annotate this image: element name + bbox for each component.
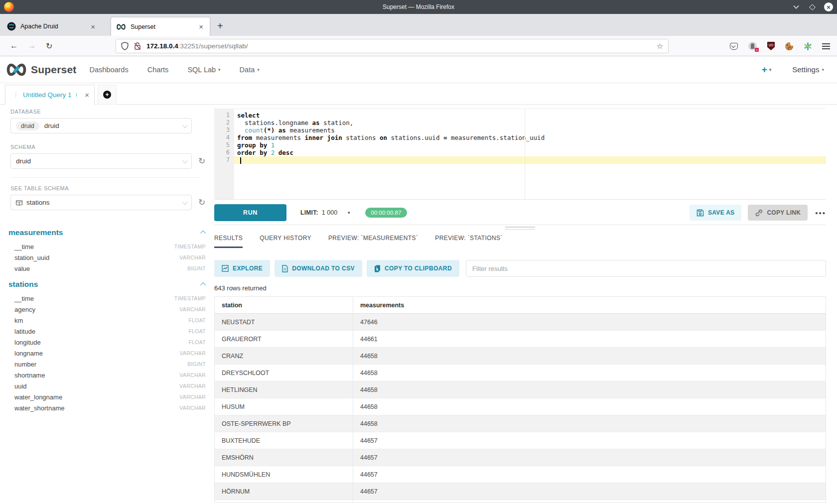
extension-icon[interactable]: x bbox=[748, 42, 757, 50]
cookie-extension-icon[interactable] bbox=[785, 42, 793, 50]
download-csv-button[interactable]: DOWNLOAD TO CSV bbox=[275, 260, 362, 277]
table-row[interactable]: HETLINGEN44658 bbox=[215, 381, 826, 398]
panel-splitter[interactable] bbox=[214, 225, 826, 230]
results-tab-0[interactable]: RESULTS bbox=[214, 235, 243, 248]
url-bar[interactable]: 172.18.0.4:32251/superset/sqllab/ ☆ bbox=[116, 39, 669, 53]
browser-tab-apache-druid[interactable]: Apache Druid × bbox=[2, 17, 102, 36]
column-type: VARCHAR bbox=[179, 306, 206, 312]
copy-link-button[interactable]: COPY LINK bbox=[748, 205, 808, 221]
window-titlebar: Superset — Mozilla Firefox × bbox=[0, 0, 837, 14]
refresh-schema-icon[interactable]: ↻ bbox=[198, 156, 205, 166]
table-row[interactable]: HÖRNUM44657 bbox=[215, 483, 826, 500]
shield-icon[interactable] bbox=[121, 42, 129, 50]
schema-table-measurements: measurements__timeTIMESTAMPstation_uuidV… bbox=[8, 228, 209, 274]
editor-code[interactable]: select stations.longname as station, cou… bbox=[234, 109, 826, 199]
code-token: from bbox=[237, 134, 252, 141]
new-tab-button[interactable]: + bbox=[217, 20, 223, 32]
table-row[interactable]: EMSHÖRN44657 bbox=[215, 449, 826, 466]
table-cell: EMSHÖRN bbox=[215, 449, 353, 466]
menu-icon[interactable] bbox=[822, 43, 830, 49]
bookmark-star-icon[interactable]: ☆ bbox=[657, 42, 663, 51]
caret-down-icon: ▾ bbox=[822, 67, 824, 72]
query-tab-label: Untitled Query 1 bbox=[23, 91, 72, 99]
table-row[interactable]: KRAUTSAND44657 bbox=[215, 500, 826, 503]
back-button[interactable]: ← bbox=[10, 41, 18, 50]
sql-editor[interactable]: 1234567 select stations.longname as stat… bbox=[214, 109, 826, 200]
insecure-lock-icon[interactable] bbox=[134, 42, 141, 50]
nav-item-data[interactable]: Data▾ bbox=[240, 66, 260, 74]
nav-item-dashboards[interactable]: Dashboards bbox=[89, 66, 128, 74]
superset-brand[interactable]: Superset bbox=[5, 62, 76, 77]
column-header[interactable]: measurements bbox=[353, 297, 826, 314]
column-list: __timeTIMESTAMPstation_uuidVARCHARvalueB… bbox=[8, 241, 209, 274]
caret-down-icon: ▾ bbox=[769, 67, 772, 72]
copy-clipboard-button[interactable]: COPY TO CLIPBOARD bbox=[367, 260, 459, 277]
table-row[interactable]: HUNDSMÜHLEN44657 bbox=[215, 466, 826, 483]
table-row[interactable]: DREYSCHLOOT44658 bbox=[215, 365, 826, 381]
close-icon[interactable]: × bbox=[197, 22, 205, 31]
schema-select[interactable]: druid bbox=[10, 153, 192, 169]
table-row[interactable]: BUXTEHUDE44657 bbox=[215, 432, 826, 449]
column-name: uuid bbox=[14, 382, 27, 390]
column-name: longname bbox=[14, 350, 43, 357]
limit-dropdown[interactable]: LIMIT: 1 000 ▾ bbox=[300, 209, 350, 216]
more-options-button[interactable]: ••• bbox=[815, 209, 826, 217]
column-row: longitudeFLOAT bbox=[8, 337, 206, 348]
settings-menu[interactable]: Settings▾ bbox=[792, 65, 824, 74]
explore-button[interactable]: EXPLORE bbox=[214, 260, 270, 277]
run-button[interactable]: RUN bbox=[214, 204, 286, 221]
code-token: as bbox=[312, 119, 320, 126]
code-token: stations.longname bbox=[237, 119, 312, 126]
asterisk-extension-icon[interactable] bbox=[804, 42, 812, 50]
nav-item-sql-lab[interactable]: SQL Lab▾ bbox=[187, 66, 220, 74]
column-type: VARCHAR bbox=[179, 394, 206, 400]
drag-handle-icon[interactable]: ⋮ bbox=[12, 91, 18, 99]
forward-button[interactable]: → bbox=[28, 41, 36, 50]
add-new-button[interactable]: +▾ bbox=[762, 64, 772, 75]
table-group-header[interactable]: measurements bbox=[8, 228, 206, 237]
table-row[interactable]: NEUSTADT47646 bbox=[215, 314, 826, 331]
close-icon[interactable]: × bbox=[89, 22, 97, 31]
code-token: stations bbox=[342, 134, 380, 141]
table-cell: 44658 bbox=[353, 348, 826, 365]
close-icon[interactable]: × bbox=[85, 91, 89, 99]
table-row[interactable]: OSTE-SPERRWERK BP44658 bbox=[215, 415, 826, 432]
column-name: shortname bbox=[14, 372, 45, 379]
url-path: :32251/superset/sqllab/ bbox=[178, 42, 248, 50]
pocket-icon[interactable] bbox=[730, 43, 738, 50]
window-minimize-button[interactable] bbox=[792, 3, 800, 11]
reload-button[interactable]: ↻ bbox=[46, 41, 52, 51]
nav-item-charts[interactable]: Charts bbox=[147, 66, 169, 74]
filter-results-input[interactable] bbox=[466, 260, 826, 277]
results-tab-2[interactable]: PREVIEW: `MEASUREMENTS` bbox=[328, 235, 418, 248]
query-tabstrip: ⋮ Untitled Query 1 × + bbox=[0, 83, 837, 105]
results-tab-3[interactable]: PREVIEW: `STATIONS` bbox=[435, 235, 503, 248]
add-query-tab-button[interactable]: + bbox=[98, 85, 117, 105]
table-group-header[interactable]: stations bbox=[8, 280, 206, 289]
query-tab-untitled-1[interactable]: ⋮ Untitled Query 1 × bbox=[5, 85, 95, 105]
refresh-table-icon[interactable]: ↻ bbox=[198, 197, 205, 208]
database-select[interactable]: druid druid bbox=[10, 118, 192, 133]
column-type: FLOAT bbox=[188, 339, 206, 345]
save-as-button[interactable]: SAVE AS bbox=[690, 205, 741, 221]
schema-label: SCHEMA bbox=[10, 144, 209, 150]
column-type: BIGINT bbox=[187, 265, 206, 271]
results-tab-1[interactable]: QUERY HISTORY bbox=[260, 235, 311, 248]
table-select[interactable]: stations bbox=[10, 195, 192, 210]
table-cell: HETLINGEN bbox=[215, 381, 353, 398]
table-cell: CRANZ bbox=[215, 348, 353, 365]
table-row[interactable]: CRANZ44658 bbox=[215, 348, 826, 365]
chevron-up-icon[interactable] bbox=[200, 231, 206, 236]
code-line: group by 1 bbox=[234, 141, 826, 149]
code-line bbox=[234, 156, 826, 164]
column-header[interactable]: station bbox=[215, 297, 353, 314]
ublock-origin-icon[interactable]: UO bbox=[767, 42, 775, 50]
chevron-up-icon[interactable] bbox=[200, 282, 206, 288]
window-close-button[interactable]: × bbox=[824, 2, 833, 11]
window-maximize-button[interactable] bbox=[808, 3, 816, 11]
browser-tab-superset[interactable]: Superset × bbox=[111, 17, 210, 36]
table-row[interactable]: HUSUM44658 bbox=[215, 398, 826, 415]
gutter-line-number: 6 bbox=[214, 149, 230, 156]
table-row[interactable]: GRAUERORT44661 bbox=[215, 331, 826, 348]
schema-table-stations: stations__timeTIMESTAMPagencyVARCHARkmFL… bbox=[8, 280, 209, 413]
